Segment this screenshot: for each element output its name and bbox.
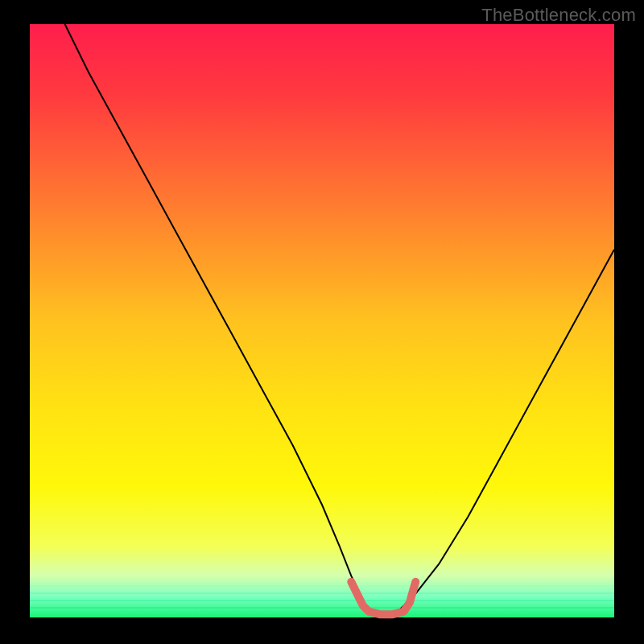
bottleneck-chart (0, 0, 644, 644)
chart-frame: TheBottleneck.com (0, 0, 644, 644)
watermark-text: TheBottleneck.com (481, 5, 636, 26)
plot-background (30, 24, 614, 617)
